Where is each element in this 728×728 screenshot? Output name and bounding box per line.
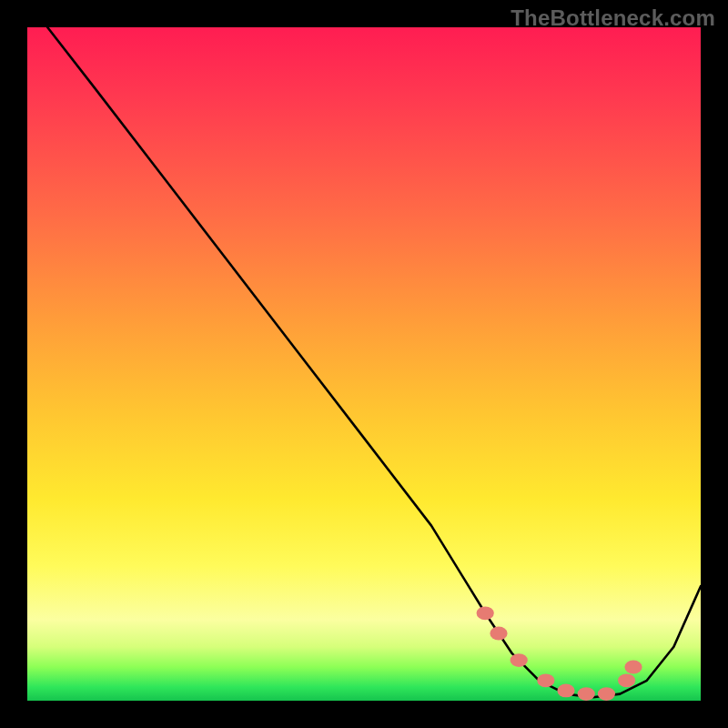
bottleneck-curve [47,27,701,697]
marker-dot [557,684,574,698]
marker-dot [511,653,528,667]
marker-dot [618,673,635,687]
curve-svg [27,27,701,701]
plot-area [27,27,701,701]
chart-container: TheBottleneck.com [0,0,728,728]
marker-dot [578,687,595,701]
marker-group [477,606,642,701]
marker-dot [624,661,642,674]
marker-dot [477,606,494,620]
marker-dot [537,673,554,687]
marker-dot [598,687,615,701]
marker-dot [490,627,507,641]
